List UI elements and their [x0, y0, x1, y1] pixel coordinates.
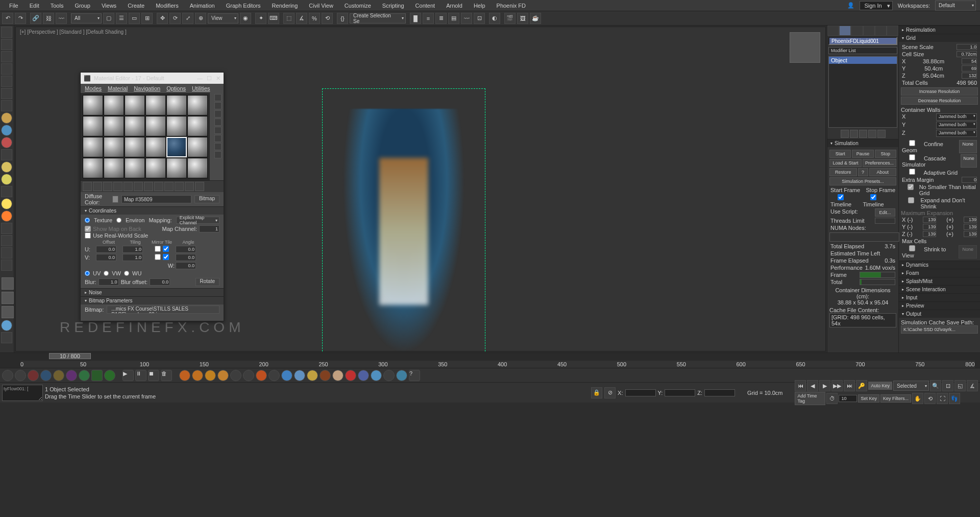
- phx-fire-icon[interactable]: [28, 370, 39, 381]
- create-systems-icon[interactable]: [1, 100, 12, 111]
- create-geometry-icon[interactable]: [1, 27, 12, 38]
- material-slot[interactable]: [145, 95, 166, 115]
- show-end-result-icon[interactable]: [175, 182, 184, 191]
- options-icon[interactable]: [214, 143, 222, 150]
- isolate-icon[interactable]: ⊘: [604, 387, 616, 398]
- sphere-gold-icon[interactable]: [1, 174, 12, 185]
- increase-resolution-button[interactable]: Increase Resolution: [901, 87, 978, 96]
- material-slot[interactable]: [166, 158, 187, 178]
- preferences-button[interactable]: Preferences...: [863, 159, 896, 167]
- material-slot[interactable]: [166, 95, 187, 115]
- autokey-button[interactable]: Auto Key: [868, 382, 892, 390]
- create-shapes-icon[interactable]: [1, 39, 12, 50]
- make-copy-icon[interactable]: [124, 182, 133, 191]
- blur-offset-spinner[interactable]: [150, 278, 170, 286]
- misc-tool-1[interactable]: [1, 149, 12, 160]
- edit-named-sel-button[interactable]: {}: [337, 13, 348, 24]
- preset-ship-icon[interactable]: [383, 370, 395, 381]
- nav-orbit-icon[interactable]: ⟲: [924, 393, 936, 404]
- time-config-icon[interactable]: ⏱: [826, 393, 838, 404]
- misc-tool-5[interactable]: [1, 332, 12, 343]
- material-editor-titlebar[interactable]: ⬛ Material Editor - 17 - Default — ☐ ✕: [81, 73, 224, 84]
- viewport-layout-2[interactable]: [2, 292, 14, 304]
- utilities-tab-icon[interactable]: [887, 26, 898, 36]
- pause-playback-button[interactable]: ⏸: [135, 370, 146, 381]
- map-type-button[interactable]: Bitmap: [194, 195, 219, 203]
- helper-icon[interactable]: [1, 137, 12, 148]
- preset-blood-icon[interactable]: [345, 370, 356, 381]
- map-name-field[interactable]: [121, 195, 191, 203]
- nav-fov-icon[interactable]: ∡: [967, 380, 978, 391]
- start-button[interactable]: Start: [829, 150, 851, 158]
- snap-toggle-button[interactable]: ⬚: [283, 13, 295, 24]
- menu-arnold[interactable]: Arnold: [441, 1, 468, 10]
- material-slot[interactable]: [104, 116, 124, 136]
- configure-sets-icon[interactable]: [877, 130, 886, 138]
- phx-tool-9-icon[interactable]: [104, 370, 115, 381]
- sample-type-icon[interactable]: [214, 94, 222, 101]
- adaptive-checkbox[interactable]: [902, 169, 922, 175]
- menu-grapheditors[interactable]: Graph Editors: [221, 1, 266, 10]
- menu-rendering[interactable]: Rendering: [267, 1, 303, 10]
- material-slot[interactable]: [125, 95, 145, 115]
- v-tiling-spinner[interactable]: [122, 254, 143, 261]
- material-slot-selected[interactable]: [166, 137, 187, 157]
- phx-tool-2-icon[interactable]: [15, 370, 26, 381]
- nav-zoomext-icon[interactable]: ◱: [954, 380, 966, 391]
- eyedropper-icon[interactable]: [112, 196, 118, 203]
- sphere-blue-icon[interactable]: [1, 320, 12, 331]
- sim-presets-button[interactable]: Simulation Presets...: [829, 177, 896, 185]
- schematic-button[interactable]: ⊡: [474, 13, 485, 24]
- maximize-icon[interactable]: ☐: [207, 75, 212, 82]
- put-to-scene-icon[interactable]: [93, 182, 102, 191]
- material-slot[interactable]: [125, 116, 145, 136]
- restore-button[interactable]: Restore: [829, 168, 857, 176]
- preset-burning-icon[interactable]: [205, 370, 216, 381]
- create-helpers-icon[interactable]: [1, 76, 12, 87]
- keyfilters-button[interactable]: Key Filters...: [880, 394, 911, 403]
- x-cells-spinner[interactable]: [962, 58, 977, 64]
- material-slot[interactable]: [145, 116, 166, 136]
- load-start-button[interactable]: Load & Start: [829, 159, 862, 167]
- create-tab-icon[interactable]: [827, 26, 839, 36]
- add-time-tag-button[interactable]: Add Time Tag: [795, 392, 825, 405]
- render-button[interactable]: ☕: [530, 13, 541, 24]
- numa-field[interactable]: [829, 232, 899, 242]
- modifier-list-dropdown[interactable]: Modifier List: [828, 47, 897, 54]
- preset-8-icon[interactable]: [268, 370, 280, 381]
- material-slot[interactable]: [83, 158, 103, 178]
- backlight-icon[interactable]: [214, 102, 222, 109]
- material-slot[interactable]: [83, 116, 103, 136]
- pin-stack-icon[interactable]: [841, 130, 849, 138]
- background-icon[interactable]: [214, 110, 222, 118]
- viewcube[interactable]: [790, 32, 820, 63]
- undo-button[interactable]: ↶: [2, 13, 13, 24]
- texture-radio[interactable]: [85, 218, 90, 223]
- lock-selection-icon[interactable]: 🔒: [591, 387, 602, 398]
- me-menu-navigation[interactable]: Navigation: [134, 85, 160, 91]
- w-angle-spinner[interactable]: [176, 262, 196, 269]
- y-cells-spinner[interactable]: [962, 65, 977, 72]
- menu-help[interactable]: Help: [469, 1, 491, 10]
- material-slot[interactable]: [187, 95, 208, 115]
- misc-tool-3[interactable]: [1, 247, 12, 258]
- menu-content[interactable]: Content: [410, 1, 440, 10]
- me-menu-modes[interactable]: Modes: [85, 85, 102, 91]
- uv-radio[interactable]: [85, 271, 90, 276]
- display-tab-icon[interactable]: [875, 26, 887, 36]
- stop-timeline-checkbox[interactable]: [863, 194, 884, 200]
- u-tile-checkbox[interactable]: [163, 246, 169, 252]
- layers-button[interactable]: ≣: [435, 13, 447, 24]
- preset-explosion-icon[interactable]: [192, 370, 203, 381]
- video-check-icon[interactable]: [214, 127, 222, 134]
- preset-ink-icon[interactable]: [358, 370, 369, 381]
- object-name-field[interactable]: [828, 37, 897, 45]
- vw-radio[interactable]: [104, 271, 109, 276]
- stop-button[interactable]: Stop: [875, 150, 896, 158]
- stack-object-item[interactable]: Object: [829, 57, 897, 64]
- nav-zoom-icon[interactable]: 🔍: [930, 380, 941, 391]
- simulation-rollout-header[interactable]: Simulation: [827, 139, 898, 147]
- phx-tool-5-icon[interactable]: [53, 370, 64, 381]
- pause-button[interactable]: Pause: [852, 150, 873, 158]
- perspective-viewport[interactable]: [+] [Perspective ] [Standard ] [Default …: [15, 27, 826, 351]
